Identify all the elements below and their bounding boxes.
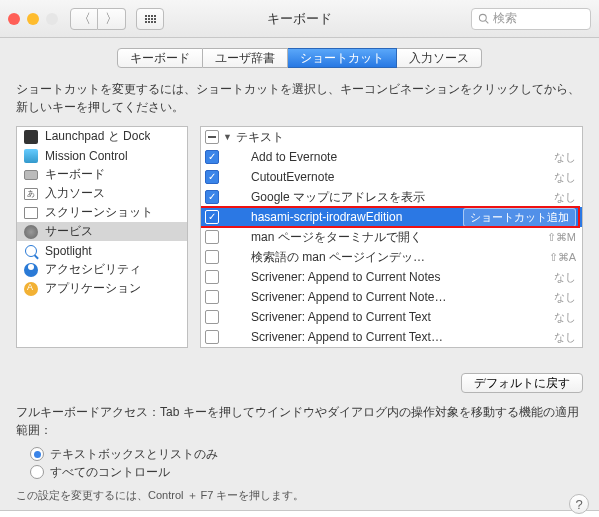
sidebar-item-label: アクセシビリティ xyxy=(45,261,141,278)
shortcut-row[interactable]: man ページをターミナルで開く⇧⌘M xyxy=(201,227,582,247)
radio-icon xyxy=(30,447,44,461)
service-icon xyxy=(23,224,39,240)
screenshot-icon xyxy=(23,205,39,221)
tab-3[interactable]: 入力ソース xyxy=(397,48,482,68)
fka-option-textboxes[interactable]: テキストボックスとリストのみ xyxy=(30,445,583,463)
sidebar-item-accessibility[interactable]: アクセシビリティ xyxy=(17,260,187,279)
radio-icon xyxy=(30,465,44,479)
shortcut-row[interactable]: Add to Evernoteなし xyxy=(201,147,582,167)
shortcut-key: なし xyxy=(536,310,576,325)
shortcut-label: Add to Evernote xyxy=(251,150,532,164)
back-button[interactable]: 〈 xyxy=(70,8,98,30)
sidebar-item-label: 入力ソース xyxy=(45,185,105,202)
shortcut-key: なし xyxy=(536,150,576,165)
shortcuts-pane: ▼テキストAdd to EvernoteなしCutoutEvernoteなしGo… xyxy=(200,126,583,348)
mission-icon xyxy=(23,148,39,164)
fka-option-all[interactable]: すべてのコントロール xyxy=(30,463,583,481)
shortcut-label: 検索語の man ページインデッ… xyxy=(251,249,532,266)
sidebar-item-app[interactable]: アプリケーション xyxy=(17,279,187,298)
shortcut-row[interactable]: Scrivener: Append to Current Textなし xyxy=(201,307,582,327)
shortcut-label: Scrivener: Append to Current Text… xyxy=(251,330,532,344)
keyboard-icon xyxy=(23,167,39,183)
shortcut-checkbox[interactable] xyxy=(205,310,219,324)
sidebar-item-spotlight[interactable]: Spotlight xyxy=(17,241,187,260)
accessibility-icon xyxy=(23,262,39,278)
shortcut-row[interactable]: 検索語の man ページインデッ…⇧⌘A xyxy=(201,247,582,267)
shortcut-row[interactable]: Scrivener: Append to Current Notesなし xyxy=(201,267,582,287)
titlebar: 〈 〉 キーボード 検索 xyxy=(0,0,599,38)
launchpad-icon xyxy=(23,129,39,145)
sidebar-item-label: Spotlight xyxy=(45,244,92,258)
shortcut-key: ⇧⌘M xyxy=(536,231,576,244)
sidebar-item-input[interactable]: 入力ソース xyxy=(17,184,187,203)
shortcut-checkbox[interactable] xyxy=(205,150,219,164)
shortcut-checkbox[interactable] xyxy=(205,330,219,344)
sidebar-item-launchpad[interactable]: Launchpad と Dock xyxy=(17,127,187,146)
shortcut-label: Scrivener: Append to Current Note… xyxy=(251,290,532,304)
disclosure-triangle-icon[interactable]: ▼ xyxy=(223,132,232,142)
shortcut-checkbox[interactable] xyxy=(205,250,219,264)
add-shortcut-button[interactable]: ショートカット追加 xyxy=(463,208,576,227)
shortcut-checkbox[interactable] xyxy=(205,270,219,284)
search-icon xyxy=(478,13,489,24)
shortcut-label: man ページをターミナルで開く xyxy=(251,229,532,246)
sidebar-item-label: スクリーンショット xyxy=(45,204,153,221)
fka-description: フルキーボードアクセス：Tab キーを押してウインドウやダイアログ内の操作対象を… xyxy=(16,403,583,439)
shortcut-key: ⇧⌘A xyxy=(536,251,576,264)
shortcut-checkbox[interactable] xyxy=(205,290,219,304)
shortcut-label: Scrivener: Append to Current Notes xyxy=(251,270,532,284)
shortcut-row[interactable]: CutoutEvernoteなし xyxy=(201,167,582,187)
shortcut-key: なし xyxy=(536,330,576,345)
forward-button[interactable]: 〉 xyxy=(98,8,126,30)
shortcut-label: Google マップにアドレスを表示 xyxy=(251,189,532,206)
input-icon xyxy=(23,186,39,202)
search-placeholder: 検索 xyxy=(493,10,517,27)
sidebar-item-service[interactable]: サービス xyxy=(17,222,187,241)
tab-2[interactable]: ショートカット xyxy=(288,48,397,68)
shortcut-checkbox[interactable] xyxy=(205,190,219,204)
sidebar-item-mission[interactable]: Mission Control xyxy=(17,146,187,165)
spotlight-icon xyxy=(23,243,39,259)
tab-1[interactable]: ユーザ辞書 xyxy=(203,48,288,68)
close-icon[interactable] xyxy=(8,13,20,25)
shortcut-label: Scrivener: Append to Current Text xyxy=(251,310,532,324)
sidebar-item-keyboard[interactable]: キーボード xyxy=(17,165,187,184)
shortcut-row[interactable]: hasami-script-irodrawEditionショートカット追加 xyxy=(201,207,582,227)
restore-defaults-button[interactable]: デフォルトに戻す xyxy=(461,373,583,393)
radio-label: すべてのコントロール xyxy=(50,463,170,481)
show-all-button[interactable] xyxy=(136,8,164,30)
annotation-highlight-left xyxy=(16,348,192,367)
tab-0[interactable]: キーボード xyxy=(117,48,203,68)
shortcut-key: なし xyxy=(536,170,576,185)
sidebar-item-label: Launchpad と Dock xyxy=(45,128,150,145)
sidebar-item-screenshot[interactable]: スクリーンショット xyxy=(17,203,187,222)
sidebar-item-label: アプリケーション xyxy=(45,280,141,297)
radio-label: テキストボックスとリストのみ xyxy=(50,445,218,463)
group-header-text[interactable]: ▼テキスト xyxy=(201,127,582,147)
sidebar-item-label: Mission Control xyxy=(45,149,128,163)
nav-buttons: 〈 〉 xyxy=(70,8,126,30)
shortcut-key: なし xyxy=(536,190,576,205)
svg-point-0 xyxy=(479,14,486,21)
traffic-lights xyxy=(8,13,58,25)
shortcut-label: hasami-script-irodrawEdition xyxy=(251,210,459,224)
shortcut-row[interactable]: Scrivener: Append to Current Note…なし xyxy=(201,287,582,307)
shortcut-row[interactable]: Scrivener: Append to Current Text…なし xyxy=(201,327,582,347)
category-pane: Launchpad と DockMission Controlキーボード入力ソー… xyxy=(16,126,188,348)
group-label: テキスト xyxy=(236,129,284,146)
tabs-row: キーボードユーザ辞書ショートカット入力ソース xyxy=(0,38,599,76)
bottom-bar: ? xyxy=(0,491,599,517)
minimize-icon[interactable] xyxy=(27,13,39,25)
shortcut-key: なし xyxy=(536,270,576,285)
shortcut-checkbox[interactable] xyxy=(205,170,219,184)
help-button[interactable]: ? xyxy=(569,494,589,514)
search-input[interactable]: 検索 xyxy=(471,8,591,30)
shortcut-checkbox[interactable] xyxy=(205,210,219,224)
shortcut-key: なし xyxy=(536,290,576,305)
shortcut-checkbox[interactable] xyxy=(205,230,219,244)
svg-line-1 xyxy=(486,21,489,24)
sidebar-item-label: キーボード xyxy=(45,166,105,183)
group-checkbox[interactable] xyxy=(205,130,219,144)
shortcut-row[interactable]: Google マップにアドレスを表示なし xyxy=(201,187,582,207)
zoom-icon xyxy=(46,13,58,25)
